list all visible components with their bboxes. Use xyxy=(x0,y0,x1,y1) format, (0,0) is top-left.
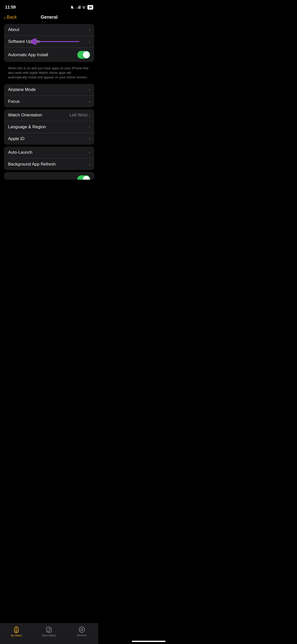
status-icons: 36 xyxy=(70,5,93,10)
about-row[interactable]: About › xyxy=(4,24,94,36)
partial-toggle-knob xyxy=(83,176,90,180)
watch-orientation-row[interactable]: Watch Orientation Left Wrist › xyxy=(4,109,94,121)
software-update-label: Software Update xyxy=(8,39,40,44)
background-app-refresh-label: Background App Refresh xyxy=(8,162,56,167)
settings-group-3: Watch Orientation Left Wrist › Language … xyxy=(4,109,94,145)
background-app-refresh-right: › xyxy=(89,162,90,166)
about-label: About xyxy=(8,27,19,32)
apple-id-label: Apple ID xyxy=(8,136,24,141)
status-bar: 11:59 36 xyxy=(0,0,98,13)
status-time: 11:59 xyxy=(5,5,16,10)
language-region-right: › xyxy=(89,125,90,129)
apple-id-row[interactable]: Apple ID › xyxy=(4,133,94,145)
bell-slash-icon xyxy=(70,6,74,9)
partial-toggle xyxy=(77,175,90,180)
airplane-mode-chevron: › xyxy=(89,87,90,92)
focus-right: › xyxy=(89,99,90,104)
back-button[interactable]: ‹ Back xyxy=(4,15,17,20)
software-update-chevron: › xyxy=(89,40,90,44)
toggle-knob xyxy=(83,51,90,58)
auto-launch-row[interactable]: Auto-Launch › xyxy=(4,147,94,158)
battery-level: 36 xyxy=(89,6,92,9)
apple-id-chevron: › xyxy=(89,137,90,141)
about-chevron: › xyxy=(89,28,90,32)
airplane-mode-row[interactable]: Airplane Mode › xyxy=(4,84,94,96)
automatic-app-install-toggle[interactable] xyxy=(77,51,90,59)
about-right: › xyxy=(89,28,90,32)
language-region-row[interactable]: Language & Region › xyxy=(4,121,94,133)
auto-launch-right: › xyxy=(89,150,90,154)
software-update-right: › xyxy=(89,40,90,44)
back-label: Back xyxy=(7,15,17,20)
settings-group-5-partial xyxy=(4,172,94,180)
settings-group-2: Airplane Mode › Focus › xyxy=(4,84,94,107)
watch-orientation-value: Left Wrist xyxy=(70,113,87,118)
auto-launch-label: Auto-Launch xyxy=(8,150,32,155)
watch-orientation-chevron: › xyxy=(89,113,90,117)
focus-chevron: › xyxy=(89,99,90,104)
background-app-refresh-chevron: › xyxy=(89,162,90,166)
focus-row[interactable]: Focus › xyxy=(4,96,94,107)
focus-label: Focus xyxy=(8,99,20,104)
automatic-app-install-description: When this is on and you have apps on you… xyxy=(4,64,94,84)
language-region-label: Language & Region xyxy=(8,124,46,130)
language-region-chevron: › xyxy=(89,125,90,129)
auto-launch-chevron: › xyxy=(89,150,90,154)
software-update-row[interactable]: Software Update › xyxy=(4,36,94,48)
battery-indicator: 36 xyxy=(87,5,93,10)
back-chevron-icon: ‹ xyxy=(4,15,6,20)
airplane-mode-right: › xyxy=(89,87,90,92)
page-title: General xyxy=(41,15,57,20)
apple-id-right: › xyxy=(89,137,90,141)
signal-bars xyxy=(76,6,80,9)
watch-orientation-label: Watch Orientation xyxy=(8,113,42,118)
settings-group-4: Auto-Launch › Background App Refresh › xyxy=(4,147,94,170)
settings-group-1: About › Software Update › Auto xyxy=(4,24,94,62)
airplane-mode-label: Airplane Mode xyxy=(8,87,36,92)
automatic-app-install-label: Automatic App Install xyxy=(8,52,48,57)
partial-toggle-row xyxy=(4,172,94,180)
settings-content: About › Software Update › Auto xyxy=(0,24,98,207)
watch-orientation-right: Left Wrist › xyxy=(70,113,90,118)
wifi-icon xyxy=(82,6,86,9)
background-app-refresh-row[interactable]: Background App Refresh › xyxy=(4,158,94,170)
nav-header: ‹ Back General xyxy=(0,13,98,24)
automatic-app-install-row[interactable]: Automatic App Install xyxy=(4,48,94,62)
